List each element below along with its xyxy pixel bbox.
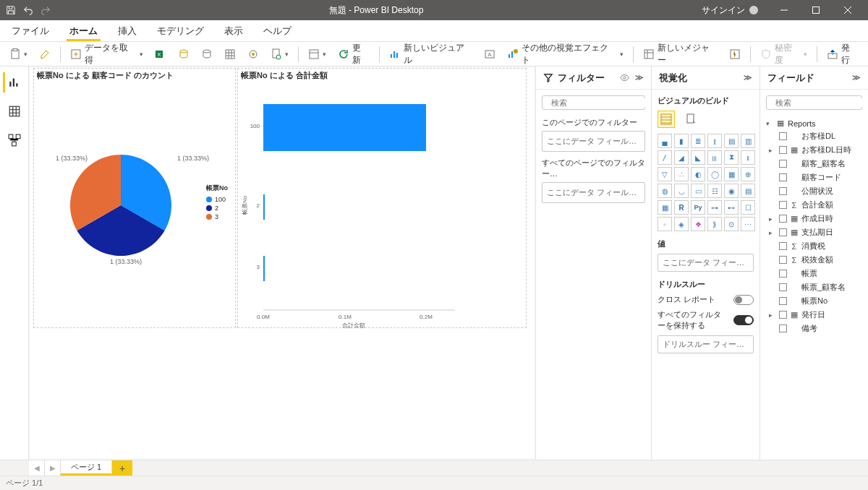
new-visual-button[interactable]: 新しいビジュアル <box>386 40 477 69</box>
collapse-icon[interactable]: ≫ <box>744 73 752 82</box>
pie-visual[interactable]: 帳票No による 顧客コード のカウント 1 (33.33%) 1 (33.33… <box>33 68 236 328</box>
field-item[interactable]: Σ税抜金額 <box>766 253 862 267</box>
area-chart-icon[interactable]: ◢ <box>674 150 689 165</box>
funnel-icon[interactable]: ▽ <box>658 167 672 181</box>
field-checkbox[interactable] <box>779 215 787 223</box>
viz-value-dropzone[interactable]: ここにデータ フィールド... <box>658 254 754 272</box>
line-chart-icon[interactable]: 〳 <box>658 150 672 165</box>
dataverse-button[interactable] <box>244 46 263 62</box>
field-item[interactable]: 帳票 <box>766 267 862 280</box>
bar-visual[interactable]: 帳票No による 合計金額 帳票No 100 2 3 0.0M 0.1M <box>237 68 527 328</box>
waterfall-icon[interactable]: ⫾ <box>741 150 755 165</box>
excel-button[interactable]: X <box>151 46 170 62</box>
add-page-button[interactable]: + <box>112 460 132 476</box>
enter-data-button[interactable] <box>221 46 239 62</box>
field-item[interactable]: Σ消費税 <box>766 239 862 253</box>
page-next-button[interactable]: ▶ <box>45 460 61 476</box>
datahub-button[interactable] <box>174 46 193 62</box>
field-item[interactable]: ▸▦作成日時 <box>766 212 862 225</box>
close-button[interactable] <box>833 0 862 20</box>
new-measure-button[interactable]: 新しいメジャー <box>639 40 722 69</box>
line-column-icon[interactable]: ⫼ <box>707 150 722 165</box>
field-item[interactable]: 帳票_顧客名 <box>766 280 862 294</box>
clustered-column-icon[interactable]: ⫿ <box>707 134 722 148</box>
stacked-column-icon[interactable]: ▮ <box>674 134 689 148</box>
fields-search[interactable] <box>766 95 862 110</box>
table-node[interactable]: ▾ ▦ Reports <box>766 117 862 129</box>
maximize-button[interactable] <box>801 0 830 20</box>
page-prev-button[interactable]: ◀ <box>29 460 45 476</box>
field-item[interactable]: 顧客_顧客名 <box>766 157 862 171</box>
drill-dropzone[interactable]: ドリルスルー フィールド... <box>658 335 754 353</box>
collapse-icon[interactable]: ≫ <box>635 73 644 82</box>
field-item[interactable]: 顧客コード <box>766 171 862 184</box>
stacked-area-icon[interactable]: ◣ <box>691 150 705 165</box>
filled-map-icon[interactable]: ◍ <box>658 184 672 198</box>
quick-measure-button[interactable] <box>726 46 744 62</box>
refresh-button[interactable]: 更新 <box>334 40 373 69</box>
transform-button[interactable]: ▾ <box>305 46 330 62</box>
field-checkbox[interactable] <box>779 160 787 168</box>
table-icon[interactable]: ▦ <box>658 200 672 215</box>
filters-search-input[interactable] <box>551 98 651 107</box>
field-item[interactable]: ▸▦お客様DL日時 <box>766 143 862 157</box>
clustered-bar-icon[interactable]: ≣ <box>691 134 705 148</box>
fields-search-input[interactable] <box>775 98 868 107</box>
field-checkbox[interactable] <box>779 311 787 319</box>
report-canvas[interactable]: 帳票No による 顧客コード のカウント 1 (33.33%) 1 (33.33… <box>29 66 535 460</box>
menu-help[interactable]: ヘルプ <box>260 21 294 41</box>
collapse-icon[interactable]: ≫ <box>852 73 861 82</box>
paginated-icon[interactable]: ▫ <box>658 217 672 231</box>
qa-icon[interactable]: ☐ <box>741 200 755 215</box>
page-filter-dropzone[interactable]: ここにデータ フィールド... <box>542 131 645 152</box>
pie-icon[interactable]: ◐ <box>691 167 705 181</box>
format-visual-mode[interactable] <box>682 111 699 128</box>
more-visuals-icon[interactable]: ⋯ <box>741 217 755 231</box>
field-item[interactable]: お客様DL <box>766 129 862 143</box>
field-checkbox[interactable] <box>779 132 787 140</box>
filters-search[interactable] <box>542 95 645 110</box>
more-visual-button[interactable]: その他の視覚エフェクト▾ <box>503 40 627 69</box>
field-item[interactable]: 帳票No <box>766 294 862 308</box>
scatter-icon[interactable]: ∴ <box>674 167 689 181</box>
field-checkbox[interactable] <box>779 173 787 181</box>
redo-icon[interactable] <box>41 5 51 15</box>
arcgis-icon[interactable]: ⊙ <box>724 217 739 231</box>
field-item[interactable]: ▸▦発行日 <box>766 308 862 322</box>
decomp-tree-icon[interactable]: ⊷ <box>724 200 739 215</box>
menu-insert[interactable]: 挿入 <box>115 21 140 41</box>
field-checkbox[interactable] <box>779 242 787 250</box>
powerapps-icon[interactable]: ◈ <box>674 217 689 231</box>
field-checkbox[interactable] <box>779 228 787 236</box>
treemap-icon[interactable]: ▦ <box>724 167 739 181</box>
py-visual-icon[interactable]: Py <box>691 200 705 215</box>
cross-report-toggle[interactable] <box>733 295 754 305</box>
menu-view[interactable]: 表示 <box>221 21 246 41</box>
field-checkbox[interactable] <box>779 187 787 195</box>
kpi-icon[interactable]: ◉ <box>724 184 739 198</box>
undo-icon[interactable] <box>23 5 33 15</box>
field-checkbox[interactable] <box>779 283 787 291</box>
gauge-icon[interactable]: ◡ <box>674 184 689 198</box>
page-tab-1[interactable]: ページ 1 <box>61 460 112 476</box>
field-checkbox[interactable] <box>779 201 787 209</box>
paste-button[interactable]: ▾ <box>6 46 31 62</box>
menu-file[interactable]: ファイル <box>9 21 52 41</box>
textbox-button[interactable]: A <box>480 46 499 62</box>
recent-sources-button[interactable]: ▾ <box>267 46 292 62</box>
minimize-button[interactable] <box>770 0 799 20</box>
field-checkbox[interactable] <box>779 297 787 305</box>
multirow-card-icon[interactable]: ☷ <box>707 184 722 198</box>
100-column-icon[interactable]: ▥ <box>741 134 755 148</box>
format-painter-button[interactable] <box>35 46 54 62</box>
model-view-button[interactable] <box>4 130 25 150</box>
eye-icon[interactable] <box>620 73 629 82</box>
key-influencer-icon[interactable]: ⊶ <box>707 200 722 215</box>
field-checkbox[interactable] <box>779 270 787 278</box>
card-icon[interactable]: ▭ <box>691 184 705 198</box>
field-checkbox[interactable] <box>779 324 787 332</box>
report-view-button[interactable] <box>3 72 23 93</box>
keep-filters-toggle[interactable] <box>733 315 754 325</box>
slicer-icon[interactable]: ▤ <box>741 184 755 198</box>
data-view-button[interactable] <box>4 101 25 121</box>
